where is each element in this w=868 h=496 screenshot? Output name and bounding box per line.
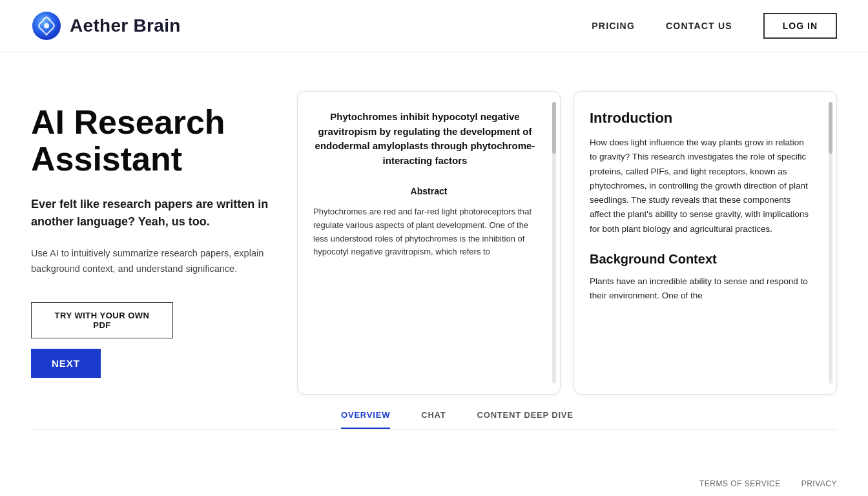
summary-scrollbar-thumb xyxy=(829,102,832,154)
tab-content-deep-dive[interactable]: CONTENT DEEP DIVE xyxy=(477,410,574,429)
hero-description: Use AI to intuitively summarize research… xyxy=(31,246,276,276)
bg-title: Background Context xyxy=(590,252,821,267)
tab-chat[interactable]: CHAT xyxy=(421,410,446,429)
next-button[interactable]: NEXT xyxy=(31,349,101,378)
nav: PRICING CONTACT US LOG IN xyxy=(592,13,837,39)
intro-title: Introduction xyxy=(590,110,821,127)
logo-link[interactable]: Aether Brain xyxy=(31,10,181,41)
tab-overview[interactable]: OVERVIEW xyxy=(341,410,390,429)
paper-title: Phytochromes inhibit hypocotyl negative … xyxy=(313,110,544,168)
footer: TERMS OF SERVICE PRIVACY xyxy=(699,471,837,496)
paper-card: Phytochromes inhibit hypocotyl negative … xyxy=(297,91,561,395)
logo-icon xyxy=(31,10,62,41)
privacy-link[interactable]: PRIVACY xyxy=(801,479,837,488)
logo-text: Aether Brain xyxy=(70,16,181,36)
summary-card: Introduction How does light influence th… xyxy=(574,91,837,395)
intro-text: How does light influence the way plants … xyxy=(590,136,821,236)
pricing-link[interactable]: PRICING xyxy=(592,21,635,31)
main-content: AI Research Assistant Ever felt like res… xyxy=(0,52,868,395)
hero-subtitle: Ever felt like research papers are writt… xyxy=(31,196,276,231)
cards-column: Phytochromes inhibit hypocotyl negative … xyxy=(297,91,837,395)
bg-text: Plants have an incredible ability to sen… xyxy=(590,274,821,304)
abstract-label: Abstract xyxy=(313,186,544,196)
try-pdf-button[interactable]: TRY WITH YOUR OWN PDF xyxy=(31,302,173,338)
paper-card-scrollbar[interactable] xyxy=(552,102,556,384)
svg-point-1 xyxy=(44,23,49,28)
login-button[interactable]: LOG IN xyxy=(763,13,837,39)
tabs-bar: OVERVIEW CHAT CONTENT DEEP DIVE xyxy=(31,410,837,429)
hero-title: AI Research Assistant xyxy=(31,104,276,178)
left-column: AI Research Assistant Ever felt like res… xyxy=(31,91,276,378)
abstract-text: Phytochromes are red and far-red light p… xyxy=(313,205,544,259)
summary-card-scrollbar[interactable] xyxy=(829,102,832,384)
paper-scrollbar-thumb xyxy=(552,102,556,154)
bottom-section: OVERVIEW CHAT CONTENT DEEP DIVE xyxy=(0,410,868,429)
terms-link[interactable]: TERMS OF SERVICE xyxy=(699,479,781,488)
contact-link[interactable]: CONTACT US xyxy=(666,21,732,31)
header: Aether Brain PRICING CONTACT US LOG IN xyxy=(0,0,868,52)
